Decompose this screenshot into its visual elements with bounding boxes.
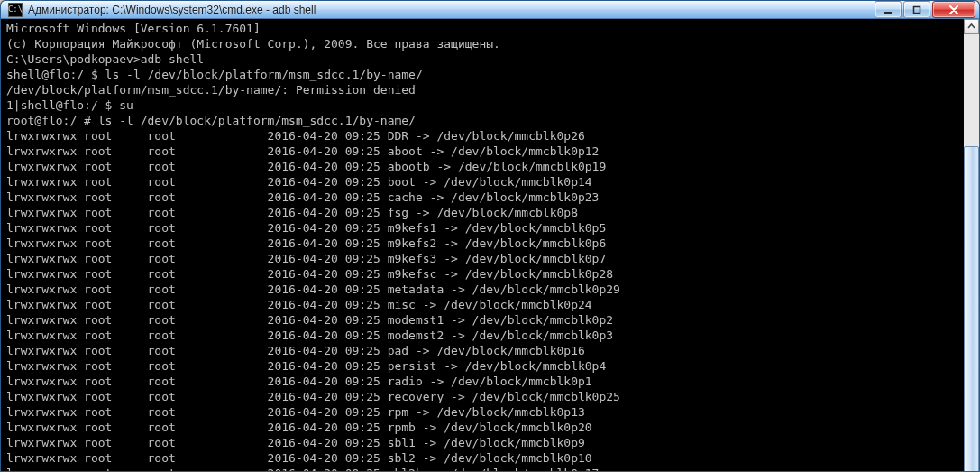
vertical-scrollbar[interactable]	[964, 19, 979, 472]
console-line: lrwxrwxrwx root root 2016-04-20 09:25 sb…	[6, 450, 960, 466]
console-line: lrwxrwxrwx root root 2016-04-20 09:25 ra…	[6, 374, 960, 389]
console-line: lrwxrwxrwx root root 2016-04-20 09:25 m9…	[6, 236, 960, 251]
console-line: lrwxrwxrwx root root 2016-04-20 09:25 mi…	[6, 297, 960, 312]
console-line: lrwxrwxrwx root root 2016-04-20 09:25 rp…	[6, 420, 960, 435]
window-buttons	[875, 1, 975, 18]
window-title: Администратор: C:\Windows\system32\cmd.e…	[28, 4, 875, 16]
console-line: C:\Users\podkopaev>adb shell	[6, 51, 960, 67]
cmd-icon: C:\	[8, 3, 23, 17]
console-line: lrwxrwxrwx root root 2016-04-20 09:25 sb…	[6, 466, 960, 472]
svg-rect-1	[914, 6, 920, 13]
console-line: lrwxrwxrwx root root 2016-04-20 09:25 pa…	[6, 343, 960, 358]
console-line: lrwxrwxrwx root root 2016-04-20 09:25 m9…	[6, 220, 960, 236]
console-line: lrwxrwxrwx root root 2016-04-20 09:25 ca…	[6, 190, 960, 205]
console-line: lrwxrwxrwx root root 2016-04-20 09:25 mo…	[6, 312, 960, 328]
console-line: root@flo:/ # ls -l /dev/block/platform/m…	[6, 113, 960, 128]
console-line: /dev/block/platform/msm_sdcc.1/by-name/:…	[6, 82, 960, 97]
scroll-up-button[interactable]	[964, 19, 979, 34]
close-icon	[948, 5, 959, 14]
console-line: lrwxrwxrwx root root 2016-04-20 09:25 m9…	[6, 251, 960, 266]
maximize-button[interactable]	[903, 1, 930, 18]
chevron-up-icon	[967, 23, 975, 31]
client-area: Microsoft Windows [Version 6.1.7601](c) …	[1, 19, 979, 472]
console-line: lrwxrwxrwx root root 2016-04-20 09:25 fs…	[6, 205, 960, 220]
minimize-button[interactable]	[875, 1, 902, 18]
console-line: lrwxrwxrwx root root 2016-04-20 09:25 re…	[6, 389, 960, 404]
console-line: lrwxrwxrwx root root 2016-04-20 09:25 me…	[6, 282, 960, 297]
console-line: 1|shell@flo:/ $ su	[6, 97, 960, 113]
console-line: lrwxrwxrwx root root 2016-04-20 09:25 mo…	[6, 328, 960, 343]
titlebar[interactable]: C:\ Администратор: C:\Windows\system32\c…	[1, 1, 979, 19]
console-line: lrwxrwxrwx root root 2016-04-20 09:25 rp…	[6, 404, 960, 420]
console-line: lrwxrwxrwx root root 2016-04-20 09:25 ab…	[6, 159, 960, 174]
console-line: lrwxrwxrwx root root 2016-04-20 09:25 DD…	[6, 128, 960, 143]
maximize-icon	[912, 5, 921, 14]
scroll-thumb[interactable]	[964, 146, 979, 472]
console-line: lrwxrwxrwx root root 2016-04-20 09:25 ab…	[6, 143, 960, 159]
console-line: lrwxrwxrwx root root 2016-04-20 09:25 sb…	[6, 435, 960, 450]
console-output[interactable]: Microsoft Windows [Version 6.1.7601](c) …	[1, 19, 964, 472]
cmd-window: C:\ Администратор: C:\Windows\system32\c…	[0, 0, 980, 472]
console-line: lrwxrwxrwx root root 2016-04-20 09:25 m9…	[6, 266, 960, 282]
scroll-track[interactable]	[964, 34, 979, 472]
console-line: lrwxrwxrwx root root 2016-04-20 09:25 pe…	[6, 358, 960, 374]
console-line: (c) Корпорация Майкрософт (Microsoft Cor…	[6, 36, 960, 51]
console-line: shell@flo:/ $ ls -l /dev/block/platform/…	[6, 67, 960, 82]
close-button[interactable]	[932, 1, 975, 18]
minimize-icon	[884, 5, 893, 14]
console-line: lrwxrwxrwx root root 2016-04-20 09:25 bo…	[6, 174, 960, 190]
console-line: Microsoft Windows [Version 6.1.7601]	[6, 21, 960, 36]
svg-rect-0	[884, 12, 892, 14]
